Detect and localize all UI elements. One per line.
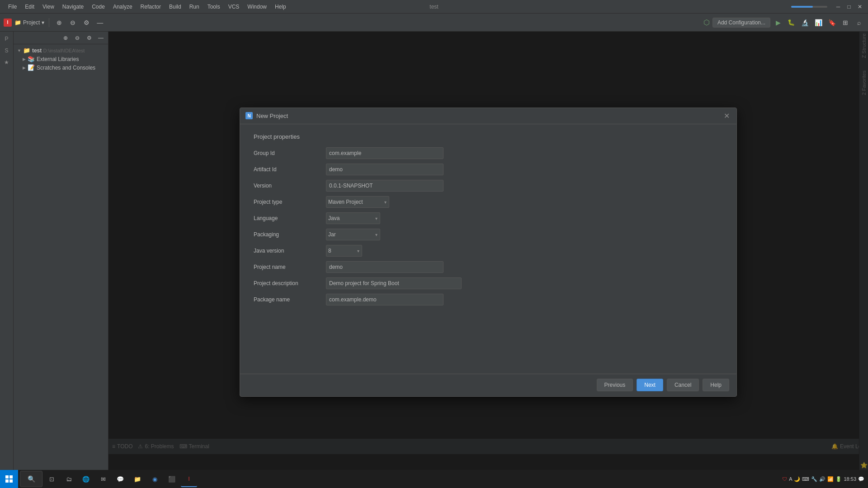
taskbar-files[interactable]: 📁 <box>129 471 146 487</box>
run-button[interactable]: ▶ <box>773 18 783 28</box>
bookmarks-icon[interactable]: ★ <box>1 57 12 68</box>
artifactid-label: Artifact Id <box>254 166 326 173</box>
groupid-label: Group Id <box>254 150 326 156</box>
taskbar-explorer[interactable]: 🗂 <box>61 471 77 487</box>
browser-icon: 🌐 <box>82 476 90 483</box>
taskbar-chrome[interactable]: ◉ <box>146 471 163 487</box>
menu-run[interactable]: Run <box>186 2 203 11</box>
form-row-packagename: Package name <box>254 294 723 305</box>
settings-icon[interactable]: ⚙ <box>81 17 92 28</box>
tools-icon: 🔧 <box>811 476 817 482</box>
previous-button[interactable]: Previous <box>597 379 633 391</box>
project-label-text: Project <box>23 19 40 26</box>
menu-view[interactable]: View <box>39 2 58 11</box>
artifactid-input[interactable] <box>326 164 443 175</box>
version-input[interactable] <box>326 180 443 192</box>
scratches-icon: 📝 <box>28 64 35 71</box>
project-tree: ▼ 📁 test D:\install\IDEA\test ▶ 📚 Extern… <box>14 44 108 472</box>
svg-rect-3 <box>9 479 13 483</box>
maximize-button[interactable]: □ <box>845 3 853 10</box>
taskbar-chat[interactable]: 💬 <box>112 471 128 487</box>
files-icon: 📁 <box>134 476 141 483</box>
chat-icon: 💬 <box>117 476 124 483</box>
tree-item-libraries[interactable]: ▶ 📚 External Libraries <box>14 55 108 63</box>
taskbar-app1[interactable]: ⬛ <box>164 471 180 487</box>
tree-item-scratches[interactable]: ▶ 📝 Scratches and Consoles <box>14 63 108 72</box>
menu-edit[interactable]: Edit <box>21 2 38 11</box>
progress-bar <box>791 6 827 8</box>
taskbar-mail[interactable]: ✉ <box>95 471 111 487</box>
sync-icon[interactable]: ⊕ <box>54 17 65 28</box>
bookmark-button[interactable]: 🔖 <box>826 17 837 28</box>
language-select[interactable]: Java Kotlin Groovy <box>326 212 380 224</box>
menu-build[interactable]: Build <box>165 2 185 11</box>
add-configuration-button[interactable]: Add Configuration... <box>712 18 770 28</box>
panel-hide-icon[interactable]: — <box>95 33 106 43</box>
layout-button[interactable]: ⊞ <box>840 17 851 28</box>
panel-settings-icon[interactable]: ⚙ <box>84 33 94 43</box>
dialog-title-icon: N <box>245 112 253 119</box>
menu-code[interactable]: Code <box>88 2 108 11</box>
battery-icon: 🔋 <box>835 476 842 482</box>
antivirus-icon: 🛡 <box>782 476 787 482</box>
packaging-select-wrapper: Jar War <box>326 229 380 240</box>
taskbar-search[interactable]: 🔍 <box>20 471 42 487</box>
toolbar-separator <box>49 18 49 27</box>
taskbar-browser[interactable]: 🌐 <box>78 471 94 487</box>
profiler-button[interactable]: 📊 <box>813 17 824 28</box>
arrow-icon-scratch: ▶ <box>23 66 26 70</box>
javaversion-select[interactable]: 8 11 17 21 <box>326 245 362 257</box>
form-row-javaversion: Java version 8 11 17 21 <box>254 245 723 257</box>
menu-vcs[interactable]: VCS <box>225 2 243 11</box>
panel-collapse-icon[interactable]: ⊖ <box>72 33 83 43</box>
packaging-select[interactable]: Jar War <box>326 229 380 240</box>
debug-button[interactable]: 🐛 <box>786 17 797 28</box>
projectname-input[interactable] <box>326 261 443 273</box>
start-button[interactable] <box>0 470 18 488</box>
taskbar-right: 🛡 A 🌙 ⌨ 🔧 🔊 📶 🔋 18:53 💬 <box>782 476 868 482</box>
language-select-wrapper: Java Kotlin Groovy <box>326 212 380 224</box>
cancel-button[interactable]: Cancel <box>667 379 699 391</box>
coverage-button[interactable]: 🔬 <box>799 17 810 28</box>
menu-analyze[interactable]: Analyze <box>109 2 136 11</box>
arrow-icon: ▼ <box>17 48 21 53</box>
hide-icon[interactable]: — <box>94 17 105 28</box>
description-input[interactable] <box>326 277 462 289</box>
project-dropdown[interactable]: 📁 Project ▾ <box>14 19 44 26</box>
search-everywhere-button[interactable]: ⌕ <box>854 17 864 28</box>
libraries-label: External Libraries <box>37 56 79 62</box>
app1-icon: ⬛ <box>168 476 175 483</box>
main-layout: P S ★ ⊕ ⊖ ⚙ — ▼ 📁 test D:\install\IDEA\t… <box>0 32 868 472</box>
notification-icon[interactable]: 💬 <box>858 476 864 482</box>
menu-tools[interactable]: Tools <box>204 2 224 11</box>
dialog-close-button[interactable]: ✕ <box>722 111 731 120</box>
menu-refactor[interactable]: Refactor <box>137 2 165 11</box>
form-row-version: Version <box>254 180 723 192</box>
javaversion-select-wrapper: 8 11 17 21 <box>326 245 362 257</box>
menu-file[interactable]: File <box>5 2 20 11</box>
menu-help[interactable]: Help <box>271 2 290 11</box>
tree-item-root[interactable]: ▼ 📁 test D:\install\IDEA\test <box>14 46 108 55</box>
collapse-icon[interactable]: ⊖ <box>67 17 78 28</box>
mail-icon: ✉ <box>101 476 106 483</box>
menu-bar: File Edit View Navigate Code Analyze Ref… <box>5 2 290 11</box>
minimize-button[interactable]: ─ <box>835 3 842 10</box>
help-button[interactable]: Help <box>703 379 729 391</box>
dialog-footer: Previous Next Cancel Help <box>240 374 736 396</box>
projecttype-select-wrapper: Maven Project Gradle Project <box>326 196 389 208</box>
javaversion-label: Java version <box>254 248 326 254</box>
dialog-body: Project properties Group Id Artifact Id … <box>240 124 736 374</box>
structure-icon[interactable]: S <box>1 45 12 56</box>
taskbar-taskview[interactable]: ⊡ <box>43 471 60 487</box>
groupid-input[interactable] <box>326 147 443 159</box>
project-icon[interactable]: P <box>1 33 12 44</box>
projecttype-select[interactable]: Maven Project Gradle Project <box>326 196 389 208</box>
system-clock[interactable]: 18:53 <box>844 476 856 482</box>
menu-navigate[interactable]: Navigate <box>59 2 87 11</box>
close-button[interactable]: ✕ <box>856 3 863 10</box>
panel-sync-icon[interactable]: ⊕ <box>60 33 71 43</box>
menu-window[interactable]: Window <box>244 2 270 11</box>
packagename-input[interactable] <box>326 294 443 305</box>
next-button[interactable]: Next <box>637 379 663 391</box>
taskbar-idea[interactable]: I <box>181 471 197 487</box>
